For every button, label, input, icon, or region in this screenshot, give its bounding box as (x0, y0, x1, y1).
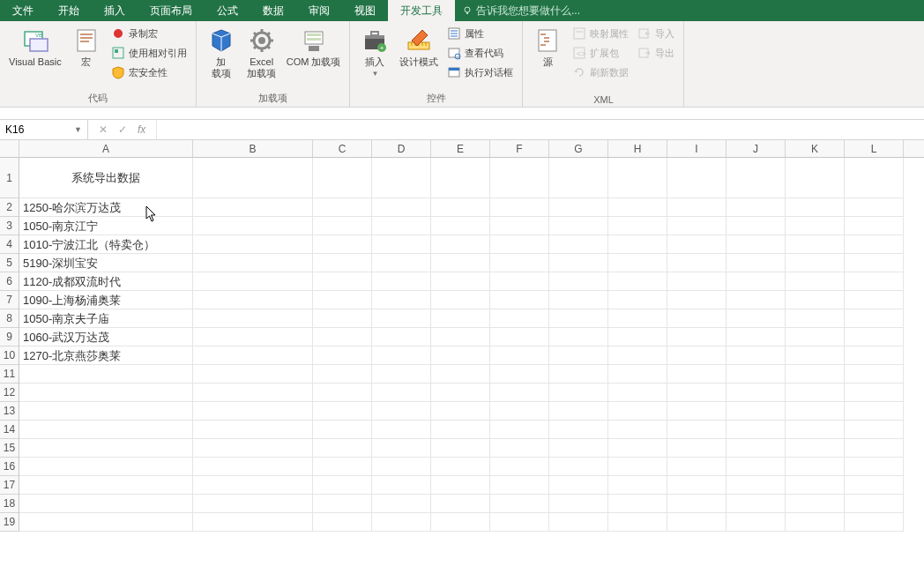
cell[interactable] (19, 476, 193, 495)
cell[interactable] (490, 217, 549, 235)
cell[interactable] (667, 384, 727, 402)
cell[interactable] (549, 309, 608, 328)
cell[interactable] (490, 458, 549, 476)
column-header[interactable]: D (372, 140, 431, 157)
cell[interactable] (608, 254, 667, 272)
cell[interactable] (431, 513, 490, 532)
cell[interactable] (845, 402, 904, 421)
cell[interactable] (372, 439, 431, 458)
cell[interactable] (431, 458, 490, 476)
row-header[interactable]: 15 (0, 439, 19, 458)
cell[interactable] (372, 476, 431, 495)
cell[interactable] (845, 513, 904, 532)
cell[interactable] (549, 328, 608, 346)
cell[interactable] (19, 458, 193, 476)
cell[interactable] (845, 291, 904, 309)
cell[interactable] (490, 291, 549, 309)
design-mode-button[interactable]: 设计模式 (396, 25, 442, 70)
cell[interactable] (19, 513, 193, 532)
cell[interactable] (845, 458, 904, 476)
cell[interactable] (667, 421, 727, 439)
cell[interactable] (549, 476, 608, 495)
cell[interactable] (845, 309, 904, 328)
cell[interactable] (431, 439, 490, 458)
cell[interactable] (786, 309, 845, 328)
cell[interactable] (727, 439, 786, 458)
use-relative-button[interactable]: 使用相对引用 (108, 44, 190, 62)
cell[interactable] (667, 346, 727, 365)
cell[interactable] (549, 346, 608, 365)
macros-button[interactable]: 宏 (67, 25, 106, 70)
cell[interactable] (549, 254, 608, 272)
row-header[interactable]: 8 (0, 309, 19, 328)
tab-review[interactable]: 审阅 (296, 0, 342, 21)
cell[interactable] (608, 495, 667, 513)
cell[interactable] (193, 254, 313, 272)
cell[interactable] (786, 217, 845, 235)
cell[interactable] (193, 513, 313, 532)
cell[interactable] (19, 365, 193, 384)
cell[interactable] (19, 384, 193, 402)
cell[interactable] (667, 309, 727, 328)
macro-security-button[interactable]: 宏安全性 (108, 63, 190, 81)
tab-insert[interactable]: 插入 (92, 0, 138, 21)
cell[interactable] (313, 346, 372, 365)
cell[interactable] (549, 272, 608, 291)
tab-file[interactable]: 文件 (0, 0, 46, 21)
cell[interactable] (608, 365, 667, 384)
tab-formulas[interactable]: 公式 (205, 0, 250, 21)
column-header[interactable]: C (313, 140, 372, 157)
cell[interactable] (845, 235, 904, 254)
cell[interactable] (549, 217, 608, 235)
column-header[interactable]: L (845, 140, 904, 157)
cell[interactable] (313, 328, 372, 346)
cell[interactable] (313, 439, 372, 458)
cell[interactable] (193, 158, 313, 198)
row-header[interactable]: 6 (0, 272, 19, 291)
cell[interactable] (431, 217, 490, 235)
cell[interactable] (845, 328, 904, 346)
cell[interactable] (845, 254, 904, 272)
cell[interactable] (193, 384, 313, 402)
row-header[interactable]: 5 (0, 254, 19, 272)
cell[interactable] (372, 291, 431, 309)
cell[interactable] (608, 291, 667, 309)
cell[interactable] (667, 495, 727, 513)
cell[interactable] (490, 513, 549, 532)
cell[interactable] (490, 365, 549, 384)
cell[interactable] (608, 272, 667, 291)
column-header[interactable]: H (608, 140, 667, 157)
cell[interactable] (608, 346, 667, 365)
cell[interactable] (19, 402, 193, 421)
cell[interactable] (549, 365, 608, 384)
row-header[interactable]: 3 (0, 217, 19, 235)
cell[interactable] (727, 421, 786, 439)
cell[interactable] (549, 291, 608, 309)
fx-label[interactable]: fx (132, 123, 151, 136)
cell[interactable] (727, 254, 786, 272)
formula-input[interactable] (157, 120, 924, 139)
cell[interactable]: 1120-成都双流时代 (19, 272, 193, 291)
cell[interactable] (313, 254, 372, 272)
run-dialog-button[interactable]: 执行对话框 (443, 63, 517, 81)
cell[interactable] (727, 346, 786, 365)
cell[interactable] (667, 254, 727, 272)
cell[interactable] (431, 365, 490, 384)
expansion-button[interactable]: <> 扩展包 (569, 44, 632, 62)
cell[interactable] (431, 421, 490, 439)
cell[interactable] (193, 458, 313, 476)
cell[interactable] (786, 272, 845, 291)
cell[interactable] (313, 309, 372, 328)
cell[interactable] (786, 513, 845, 532)
cell[interactable] (372, 346, 431, 365)
cell[interactable] (431, 384, 490, 402)
cell[interactable] (845, 365, 904, 384)
tab-view[interactable]: 视图 (342, 0, 388, 21)
cell[interactable] (727, 158, 786, 198)
cell[interactable] (313, 476, 372, 495)
view-code-button[interactable]: 查看代码 (443, 44, 517, 62)
cell[interactable] (431, 309, 490, 328)
column-header[interactable]: F (490, 140, 549, 157)
cell[interactable] (313, 495, 372, 513)
cell[interactable] (372, 402, 431, 421)
